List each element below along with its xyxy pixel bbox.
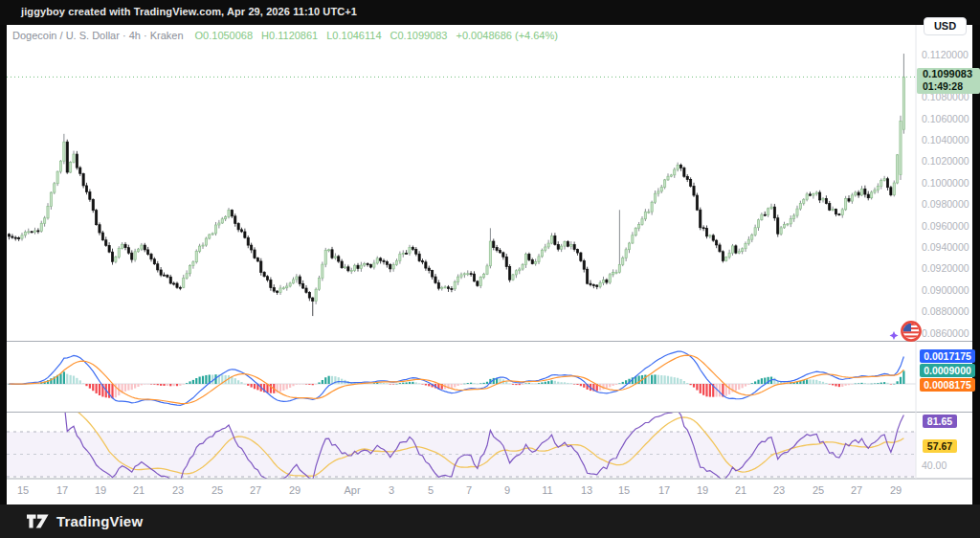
currency-unit-button[interactable]: USD [924,17,967,35]
tradingview-logo-icon [27,513,49,529]
time-axis-label: 11 [542,484,552,496]
time-axis-label: 21 [735,484,746,496]
time-axis[interactable]: 1517192123252729Apr357911131517192123252… [7,479,916,504]
branding-bar: TradingView [0,504,980,538]
svg-text:0.0940000: 0.0940000 [922,241,969,253]
tradingview-logo[interactable]: TradingView [27,513,143,529]
ohlc-close: C0.1099083 [390,30,448,41]
time-axis-label: 17 [56,484,68,496]
bar-countdown: 01:49:28 [923,80,980,93]
time-axis-label: 15 [17,484,29,496]
time-axis-label: 23 [773,484,785,496]
time-axis-label: 29 [289,484,301,496]
macd-value-badge: 0.0017175 [920,349,975,363]
svg-text:0.0980000: 0.0980000 [922,198,969,210]
us-flag-icon [902,322,920,340]
last-price-value: 0.1099083 [923,68,980,80]
time-axis-label: 29 [890,484,902,496]
svg-text:0.0860000: 0.0860000 [922,327,969,339]
time-axis-label: 27 [250,484,261,496]
time-axis-label: 19 [697,484,708,496]
svg-text:0.0920000: 0.0920000 [922,262,969,274]
rsi-value-badge: 81.65 [923,415,957,428]
time-axis-label: Apr [344,484,360,496]
time-axis-label: 13 [581,484,592,496]
histogram-value-badge: 0.0009000 [920,364,975,377]
time-axis-label: 23 [172,484,184,496]
time-axis-label: 7 [466,484,472,496]
time-axis-label: 3 [389,484,394,496]
attribution-text: jiggyboy created with TradingView.com, A… [21,6,357,17]
attribution-bar: jiggyboy created with TradingView.com, A… [0,0,980,25]
ohlc-change: +0.0048686 (+4.64%) [456,30,557,41]
svg-text:0.1000000: 0.1000000 [922,177,969,189]
us-flag-sticker[interactable] [887,320,925,348]
time-axis-label: 21 [133,484,145,496]
svg-text:0.1020000: 0.1020000 [922,155,969,167]
sparkle-icon [890,331,899,340]
time-axis-label: 27 [851,484,862,496]
svg-text:0.1060000: 0.1060000 [922,113,969,124]
time-axis-label: 25 [813,484,824,496]
tradingview-logo-text: TradingView [56,513,143,529]
svg-text:0.0960000: 0.0960000 [922,220,969,232]
time-axis-label: 5 [428,484,434,496]
svg-text:0.0900000: 0.0900000 [922,284,969,296]
ohlc-high: H0.1120861 [261,30,318,41]
rsi-ma-value-badge: 57.67 [923,439,957,453]
svg-text:40.00: 40.00 [922,460,947,471]
svg-text:0.1120000: 0.1120000 [922,49,969,60]
svg-text:0.1040000: 0.1040000 [922,134,969,146]
svg-text:0.0880000: 0.0880000 [922,305,969,317]
signal-value-badge: 0.0008175 [920,378,975,392]
chart-canvas[interactable]: 0.11200000.11000000.10800000.10600000.10… [7,25,972,504]
time-axis-label: 17 [658,484,670,496]
time-axis-label: 15 [618,484,630,496]
symbol-title[interactable]: Dogecoin / U. S. Dollar · 4h · Kraken [12,30,184,41]
last-price-badge: 0.1099083 01:49:28 [917,68,980,94]
time-axis-label: 19 [95,484,106,496]
chart-panel[interactable]: 0.11200000.11000000.10800000.10600000.10… [7,25,972,504]
ohlc-open: O0.1050068 [195,30,254,41]
time-axis-label: 9 [504,484,510,496]
symbol-legend[interactable]: Dogecoin / U. S. Dollar · 4h · KrakenO0.… [12,30,567,41]
ohlc-low: L0.1046114 [326,30,381,41]
time-axis-label: 25 [212,484,223,496]
tradingview-screenshot: jiggyboy created with TradingView.com, A… [0,0,980,538]
